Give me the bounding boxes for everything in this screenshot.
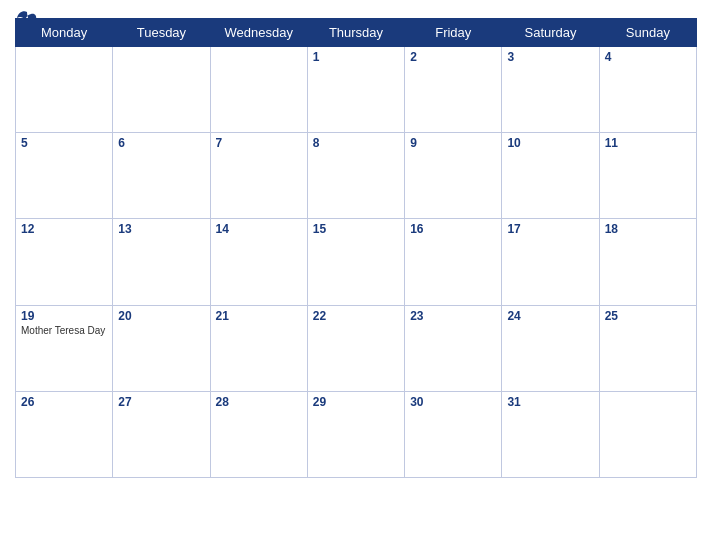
logo-bird-icon — [17, 10, 37, 26]
calendar-cell: 29 — [307, 391, 404, 477]
day-number: 5 — [21, 136, 107, 150]
calendar-cell: 19Mother Teresa Day — [16, 305, 113, 391]
calendar-cell: 18 — [599, 219, 696, 305]
day-number: 18 — [605, 222, 691, 236]
day-number: 28 — [216, 395, 302, 409]
calendar-cell: 6 — [113, 133, 210, 219]
day-number: 11 — [605, 136, 691, 150]
calendar-week-row: 567891011 — [16, 133, 697, 219]
calendar-week-row: 12131415161718 — [16, 219, 697, 305]
weekday-header-sunday: Sunday — [599, 19, 696, 47]
calendar-cell: 17 — [502, 219, 599, 305]
day-number: 29 — [313, 395, 399, 409]
calendar-cell: 9 — [405, 133, 502, 219]
weekday-header-wednesday: Wednesday — [210, 19, 307, 47]
day-number: 3 — [507, 50, 593, 64]
day-number: 27 — [118, 395, 204, 409]
calendar-cell: 2 — [405, 47, 502, 133]
day-number: 21 — [216, 309, 302, 323]
calendar-cell: 12 — [16, 219, 113, 305]
calendar-cell: 21 — [210, 305, 307, 391]
day-number: 9 — [410, 136, 496, 150]
calendar-cell — [16, 47, 113, 133]
calendar-week-row: 262728293031 — [16, 391, 697, 477]
day-number: 1 — [313, 50, 399, 64]
calendar-cell: 31 — [502, 391, 599, 477]
day-number: 17 — [507, 222, 593, 236]
calendar-cell: 22 — [307, 305, 404, 391]
calendar-cell: 23 — [405, 305, 502, 391]
calendar-cell — [113, 47, 210, 133]
calendar-cell: 15 — [307, 219, 404, 305]
day-number: 24 — [507, 309, 593, 323]
weekday-header-friday: Friday — [405, 19, 502, 47]
calendar-container: MondayTuesdayWednesdayThursdayFridaySatu… — [0, 0, 712, 550]
day-number: 31 — [507, 395, 593, 409]
calendar-cell: 7 — [210, 133, 307, 219]
calendar-cell: 30 — [405, 391, 502, 477]
day-number: 12 — [21, 222, 107, 236]
calendar-cell: 27 — [113, 391, 210, 477]
day-number: 16 — [410, 222, 496, 236]
calendar-week-row: 19Mother Teresa Day202122232425 — [16, 305, 697, 391]
day-number: 26 — [21, 395, 107, 409]
day-number: 8 — [313, 136, 399, 150]
day-number: 20 — [118, 309, 204, 323]
day-number: 23 — [410, 309, 496, 323]
day-number: 15 — [313, 222, 399, 236]
calendar-cell — [210, 47, 307, 133]
weekday-header-saturday: Saturday — [502, 19, 599, 47]
day-number: 2 — [410, 50, 496, 64]
calendar-cell: 10 — [502, 133, 599, 219]
weekday-header-row: MondayTuesdayWednesdayThursdayFridaySatu… — [16, 19, 697, 47]
day-number: 14 — [216, 222, 302, 236]
day-number: 30 — [410, 395, 496, 409]
day-number: 25 — [605, 309, 691, 323]
calendar-cell: 5 — [16, 133, 113, 219]
calendar-cell: 28 — [210, 391, 307, 477]
calendar-cell: 1 — [307, 47, 404, 133]
calendar-cell: 8 — [307, 133, 404, 219]
calendar-week-row: 1234 — [16, 47, 697, 133]
calendar-cell: 20 — [113, 305, 210, 391]
day-number: 6 — [118, 136, 204, 150]
calendar-cell — [599, 391, 696, 477]
calendar-cell: 4 — [599, 47, 696, 133]
day-number: 13 — [118, 222, 204, 236]
day-number: 22 — [313, 309, 399, 323]
calendar-cell: 26 — [16, 391, 113, 477]
calendar-table: MondayTuesdayWednesdayThursdayFridaySatu… — [15, 18, 697, 478]
calendar-cell: 25 — [599, 305, 696, 391]
calendar-cell: 14 — [210, 219, 307, 305]
day-number: 19 — [21, 309, 107, 323]
calendar-cell: 24 — [502, 305, 599, 391]
calendar-cell: 13 — [113, 219, 210, 305]
calendar-cell: 11 — [599, 133, 696, 219]
day-number: 10 — [507, 136, 593, 150]
weekday-header-tuesday: Tuesday — [113, 19, 210, 47]
holiday-text: Mother Teresa Day — [21, 325, 107, 336]
logo-area — [15, 10, 37, 26]
weekday-header-thursday: Thursday — [307, 19, 404, 47]
day-number: 7 — [216, 136, 302, 150]
calendar-cell: 3 — [502, 47, 599, 133]
calendar-cell: 16 — [405, 219, 502, 305]
day-number: 4 — [605, 50, 691, 64]
